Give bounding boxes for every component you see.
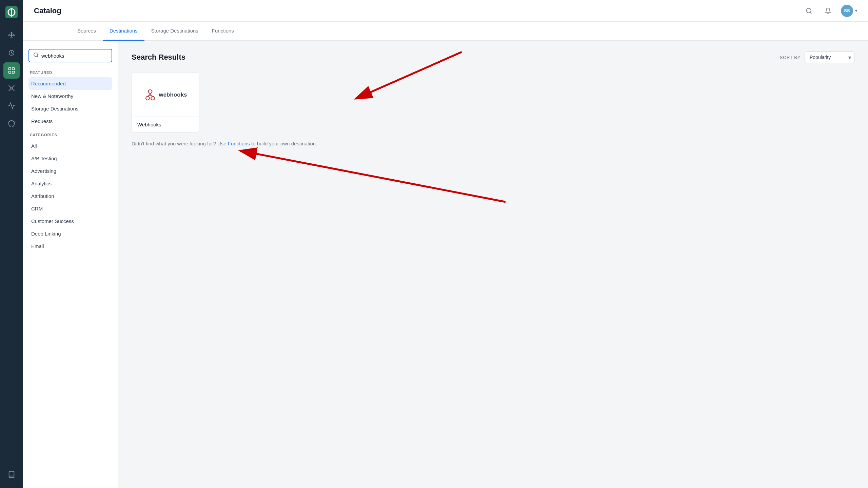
svg-rect-9 [9, 71, 11, 73]
svg-line-14 [13, 85, 15, 87]
sidebar-item-ab-testing[interactable]: A/B Testing [28, 152, 112, 165]
sidebar-nav [0, 27, 23, 131]
search-icon [33, 52, 39, 59]
results-panel: Search Results SORT BY Popularity Name R… [118, 41, 868, 488]
svg-point-2 [9, 35, 10, 36]
card-logo-area: webhooks [132, 73, 199, 117]
sidebar-item-advertising[interactable]: Advertising [28, 165, 112, 177]
sidebar-item-deep-linking[interactable]: Deep Linking [28, 227, 112, 240]
webhooks-icon [144, 88, 157, 101]
search-button[interactable] [803, 5, 815, 17]
search-input[interactable] [41, 53, 107, 59]
svg-rect-10 [12, 71, 14, 73]
functions-link[interactable]: Functions [228, 141, 250, 146]
sidebar-item-recommended[interactable]: Recommended [28, 77, 112, 90]
sidebar-item-personas[interactable] [3, 98, 20, 114]
svg-rect-7 [9, 68, 11, 70]
results-header: Search Results SORT BY Popularity Name R… [132, 52, 854, 63]
notifications-button[interactable] [822, 5, 834, 17]
svg-point-18 [34, 53, 38, 57]
svg-point-5 [11, 37, 12, 38]
sidebar-item-docs[interactable] [3, 466, 20, 483]
svg-rect-8 [12, 68, 14, 70]
header-actions: SS ▾ [803, 5, 857, 17]
sidebar-item-customer-success[interactable]: Customer Success [28, 215, 112, 227]
svg-point-4 [11, 33, 12, 34]
svg-line-17 [810, 12, 812, 13]
svg-line-15 [9, 89, 11, 91]
header: Catalog SS ▾ [23, 0, 868, 22]
sidebar-item-requests[interactable]: Requests [28, 115, 112, 127]
avatar: SS [841, 5, 853, 17]
search-box [28, 49, 112, 62]
sort-select[interactable]: Popularity Name Recently Added [805, 52, 854, 63]
svg-point-24 [151, 96, 155, 100]
sidebar-item-analytics[interactable]: Analytics [28, 177, 112, 190]
sidebar-item-connections[interactable] [3, 27, 20, 43]
sidebar-item-catalog[interactable] [3, 62, 20, 79]
featured-section: FEATURED Recommended New & Noteworthy St… [23, 68, 118, 130]
sort-select-wrapper: Popularity Name Recently Added [805, 52, 854, 63]
app-logo[interactable] [5, 5, 18, 19]
svg-point-26 [149, 94, 151, 96]
sidebar-item-privacy[interactable] [3, 115, 20, 131]
sort-container: SORT BY Popularity Name Recently Added [780, 52, 854, 63]
results-title: Search Results [132, 53, 185, 62]
tab-bar: Sources Destinations Storage Destination… [23, 22, 868, 41]
sidebar-item-new-noteworthy[interactable]: New & Noteworthy [28, 90, 112, 102]
tab-destinations[interactable]: Destinations [103, 22, 144, 41]
tab-sources[interactable]: Sources [71, 22, 103, 41]
svg-point-11 [11, 87, 13, 89]
sidebar-item-attribution[interactable]: Attribution [28, 190, 112, 202]
sidebar [0, 0, 23, 488]
svg-point-23 [146, 96, 150, 100]
destination-card-webhooks[interactable]: webhooks Webhooks [132, 73, 199, 133]
svg-point-16 [807, 8, 811, 13]
svg-line-22 [240, 151, 505, 202]
page-title: Catalog [34, 6, 803, 15]
chevron-down-icon: ▾ [855, 8, 857, 13]
webhooks-logo: webhooks [144, 88, 187, 101]
left-panel: FEATURED Recommended New & Noteworthy St… [23, 41, 118, 488]
svg-line-12 [9, 85, 11, 87]
svg-point-25 [149, 89, 152, 93]
sidebar-bottom [0, 466, 23, 483]
sidebar-item-protocols[interactable] [3, 80, 20, 96]
content-area: FEATURED Recommended New & Noteworthy St… [23, 41, 868, 488]
sidebar-item-sources[interactable] [3, 45, 20, 61]
tab-storage-destinations[interactable]: Storage Destinations [144, 22, 205, 41]
featured-label: FEATURED [28, 70, 112, 75]
sidebar-item-email[interactable]: Email [28, 240, 112, 252]
tab-functions[interactable]: Functions [205, 22, 241, 41]
svg-line-13 [13, 89, 15, 91]
sidebar-item-all[interactable]: All [28, 140, 112, 152]
sort-label: SORT BY [780, 55, 801, 60]
results-grid: webhooks Webhooks [132, 73, 854, 133]
card-name: Webhooks [132, 117, 199, 132]
not-found-text: Didn't find what you were looking for? U… [132, 141, 854, 146]
not-found-suffix: to build your own destination. [250, 141, 317, 146]
webhooks-logo-text: webhooks [159, 92, 187, 98]
user-menu[interactable]: SS ▾ [841, 5, 857, 17]
svg-line-19 [37, 56, 38, 57]
not-found-prefix: Didn't find what you were looking for? U… [132, 141, 228, 146]
categories-label: CATEGORIES [28, 133, 112, 137]
sidebar-item-crm[interactable]: CRM [28, 202, 112, 215]
categories-section: CATEGORIES All A/B Testing Advertising A… [23, 130, 118, 255]
svg-point-3 [13, 35, 15, 36]
main-wrapper: Catalog SS ▾ Sources Destinations Storag… [23, 0, 868, 488]
sidebar-item-storage-destinations[interactable]: Storage Destinations [28, 102, 112, 115]
search-container [23, 46, 118, 68]
